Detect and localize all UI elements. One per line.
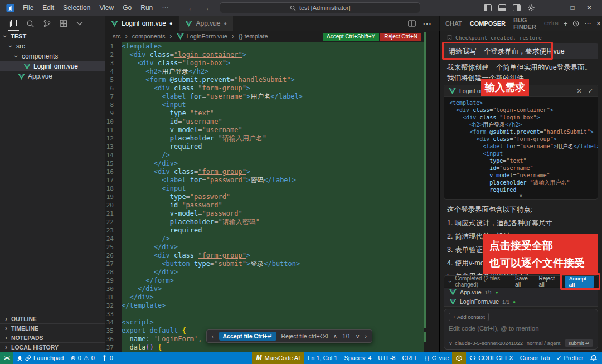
code-line[interactable]: 29 </form>: [105, 276, 439, 285]
code-line[interactable]: 23 required: [105, 226, 439, 235]
section-notepads[interactable]: ›NOTEPADS: [0, 333, 105, 342]
reject-file-button[interactable]: Reject file ctrl+⌫: [281, 333, 328, 339]
folder-src[interactable]: › src: [0, 41, 105, 51]
toggle-sidebar-icon[interactable]: [484, 4, 492, 11]
code-line[interactable]: 5 <form @submit.prevent="handleSubmit">: [105, 76, 439, 84]
section-timeline[interactable]: ›TIMELINE: [0, 323, 105, 333]
code-line[interactable]: 10 id="username": [105, 118, 439, 126]
section-local-history[interactable]: ›LOCAL HISTORY: [0, 342, 105, 352]
reject-all-link[interactable]: Reject all: [539, 275, 558, 288]
code-line[interactable]: 22 placeholder="请输入密码": [105, 218, 439, 226]
modified-dot-icon[interactable]: ●: [169, 21, 172, 26]
toggle-secondary-sidebar-icon[interactable]: [513, 4, 521, 11]
editor-actions-more-icon[interactable]: ⋯: [423, 18, 431, 29]
code-line[interactable]: 20 id="password": [105, 201, 439, 210]
tab-loginform-vue[interactable]: LoginForm.vue ●: [105, 16, 178, 31]
menu-file[interactable]: File: [18, 0, 38, 16]
menu-selection[interactable]: Selection: [59, 0, 95, 16]
changed-file-row-loginform[interactable]: LoginForm.vue 1/1 ●: [444, 297, 598, 306]
tab-bug-finder[interactable]: BUG FINDER: [513, 16, 536, 31]
code-line[interactable]: 24 />: [105, 235, 439, 243]
remote-indicator[interactable]: ><: [0, 352, 13, 364]
ports-status-item[interactable]: 0: [98, 355, 116, 361]
submit-button[interactable]: submit ↵: [565, 339, 593, 347]
next-diff-icon[interactable]: ›: [365, 333, 367, 339]
launchpad-status-item[interactable]: Launchpad: [13, 355, 67, 361]
menu-run[interactable]: Run: [136, 0, 157, 16]
diff-overview-ruler[interactable]: [424, 332, 426, 342]
code-line[interactable]: 37 data() {: [105, 343, 439, 352]
panel-close-icon[interactable]: ✕: [596, 20, 601, 27]
menu-edit[interactable]: Edit: [38, 0, 59, 16]
code-line[interactable]: 21 v-model="password": [105, 210, 439, 218]
problems-status-item[interactable]: ⊗0 ⚠0: [67, 355, 98, 362]
source-control-icon[interactable]: [43, 16, 51, 31]
maximize-button[interactable]: □: [564, 0, 581, 16]
code-line[interactable]: 15 </div>: [105, 159, 439, 168]
menu-view[interactable]: View: [95, 0, 118, 16]
mode-toggle[interactable]: normal / agent: [527, 340, 561, 346]
history-icon[interactable]: [572, 20, 579, 27]
explorer-icon[interactable]: [9, 16, 18, 31]
close-button[interactable]: ✕: [581, 0, 598, 16]
code-line[interactable]: 11 v-model="username": [105, 126, 439, 134]
apply-file-icon[interactable]: ✓: [588, 88, 593, 95]
discard-file-icon[interactable]: ✕: [577, 88, 582, 95]
folder-components[interactable]: › components: [0, 51, 105, 61]
code-line[interactable]: 18 <input: [105, 185, 439, 193]
code-line[interactable]: 3 <div class="login-box">: [105, 59, 439, 67]
search-panel-icon[interactable]: [26, 16, 35, 31]
marscode-ai-status-item[interactable]: M MarsCode AI: [252, 352, 305, 364]
code-line[interactable]: 25 </div>: [105, 243, 439, 251]
menu-more[interactable]: ⋯: [157, 0, 173, 16]
code-line[interactable]: 34<script>: [105, 318, 439, 327]
cursor-tab-status-item[interactable]: Cursor Tab: [517, 355, 554, 361]
code-line[interactable]: 27 <button type="submit">登录</button>: [105, 260, 439, 268]
chevron-down-icon[interactable]: [76, 16, 83, 31]
code-line[interactable]: 28 </div>: [105, 268, 439, 276]
settings-gear-icon[interactable]: [527, 4, 535, 12]
code-line[interactable]: 8 <input: [105, 101, 439, 109]
explorer-root-test[interactable]: › TEST: [0, 31, 105, 41]
reject-changes-button[interactable]: Reject Ctrl+N: [380, 33, 421, 41]
code-line[interactable]: 26 <div class="form-group">: [105, 251, 439, 260]
tab-app-vue[interactable]: App.vue ●: [179, 16, 232, 31]
model-dropdown-icon[interactable]: ∨: [449, 340, 453, 346]
section-outline[interactable]: ›OUTLINE: [0, 314, 105, 323]
code-line[interactable]: 1<template>: [105, 42, 439, 51]
prettier-status-item[interactable]: ✓ Prettier: [553, 355, 587, 362]
code-line[interactable]: 6 <div class="form-group">: [105, 84, 439, 93]
accept-file-button[interactable]: Accept file Ctrl+↵: [219, 332, 276, 341]
new-chat-icon[interactable]: +: [564, 20, 568, 28]
diff-overview-ruler[interactable]: [424, 32, 426, 328]
panel-more-icon[interactable]: ⋯: [584, 20, 591, 27]
prev-diff-icon[interactable]: ‹: [212, 333, 214, 339]
encoding-item[interactable]: UTF-8: [375, 355, 399, 361]
cursor-position-item[interactable]: Ln 1, Col 1: [304, 355, 341, 361]
indentation-item[interactable]: Spaces: 4: [341, 355, 375, 361]
minimize-button[interactable]: –: [547, 0, 564, 16]
tab-chat[interactable]: CHAT: [445, 16, 462, 31]
code-line[interactable]: 30 </div>: [105, 285, 439, 293]
code-line[interactable]: 12 placeholder="请输入用户名": [105, 134, 439, 143]
code-editor[interactable]: 1<template>2 <div class="login-container…: [105, 41, 439, 352]
code-line[interactable]: 16 <div class="form-group">: [105, 168, 439, 176]
code-line[interactable]: 14 />: [105, 151, 439, 159]
code-line[interactable]: 19 type="password": [105, 193, 439, 201]
command-search-input[interactable]: test [Administrator]: [220, 2, 420, 13]
code-line[interactable]: 2 <div class="login-container">: [105, 51, 439, 59]
nav-back-icon[interactable]: ←: [187, 4, 195, 12]
language-mode-item[interactable]: {} vue: [421, 355, 452, 361]
code-line[interactable]: 17 <label for="password">密码</label>: [105, 176, 439, 185]
checkpoint-restore-link[interactable]: restore: [520, 35, 542, 41]
file-app-vue[interactable]: App.vue: [0, 71, 105, 81]
menu-go[interactable]: Go: [118, 0, 136, 16]
code-line[interactable]: 13 required: [105, 143, 439, 151]
composer-input-box[interactable]: + Add context Edit code (Ctrl+I), @ to m…: [444, 309, 598, 350]
modified-dot-icon[interactable]: ●: [224, 21, 227, 26]
file-loginform-vue[interactable]: LoginForm.vue: [0, 61, 105, 71]
save-all-link[interactable]: Save all: [515, 275, 532, 288]
code-line[interactable]: 33: [105, 310, 439, 318]
toggle-panel-icon[interactable]: [498, 4, 506, 11]
tab-composer[interactable]: COMPOSER: [470, 16, 506, 31]
